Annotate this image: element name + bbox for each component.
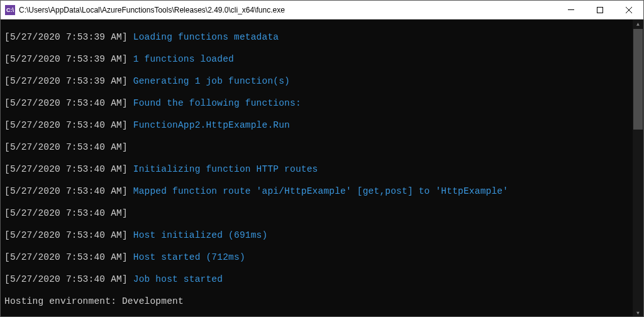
scrollbar-thumb[interactable]	[633, 29, 643, 130]
hosting-env: Hosting environment: Development	[4, 296, 640, 308]
timestamp: [5/27/2020 7:53:40 AM]	[4, 186, 128, 196]
log-line: [5/27/2020 7:53:39 AM] Generating 1 job …	[4, 76, 640, 87]
log-message: Mapped function route 'api/HttpExample' …	[133, 186, 508, 196]
maximize-button[interactable]	[586, 1, 614, 19]
minimize-button[interactable]	[557, 1, 586, 19]
window-controls	[557, 1, 643, 19]
scroll-down-icon[interactable]: ▼	[633, 308, 643, 317]
log-line: [5/27/2020 7:53:40 AM]	[4, 208, 640, 220]
log-message: FunctionApp2.HttpExample.Run	[133, 120, 290, 130]
app-icon: C:\	[5, 5, 15, 15]
timestamp: [5/27/2020 7:53:40 AM]	[4, 230, 128, 240]
log-line: [5/27/2020 7:53:39 AM] Loading functions…	[4, 32, 640, 43]
log-message: Job host started	[133, 274, 223, 284]
window-title: C:\Users\AppData\Local\AzureFunctionsToo…	[19, 6, 557, 14]
timestamp: [5/27/2020 7:53:40 AM]	[4, 120, 128, 130]
timestamp: [5/27/2020 7:53:40 AM]	[4, 208, 128, 218]
log-line: [5/27/2020 7:53:40 AM] Found the followi…	[4, 98, 640, 109]
timestamp: [5/27/2020 7:53:40 AM]	[4, 164, 128, 174]
log-message: Host started (712ms)	[133, 252, 245, 262]
timestamp: [5/27/2020 7:53:39 AM]	[4, 76, 128, 86]
scroll-up-icon[interactable]: ▲	[633, 19, 643, 29]
log-line: [5/27/2020 7:53:40 AM] FunctionApp2.Http…	[4, 120, 640, 131]
timestamp: [5/27/2020 7:53:40 AM]	[4, 142, 128, 152]
terminal-output[interactable]: [5/27/2020 7:53:39 AM] Loading functions…	[1, 19, 643, 317]
scrollbar[interactable]: ▲ ▼	[633, 19, 643, 317]
titlebar[interactable]: C:\ C:\Users\AppData\Local\AzureFunction…	[1, 1, 643, 19]
log-line: [5/27/2020 7:53:40 AM] Initializing func…	[4, 164, 640, 175]
svg-rect-0	[568, 9, 574, 10]
svg-rect-1	[597, 7, 603, 13]
log-message: Found the following functions:	[133, 98, 301, 108]
log-message: Loading functions metadata	[133, 32, 279, 42]
log-message: Initializing function HTTP routes	[133, 164, 318, 174]
timestamp: [5/27/2020 7:53:39 AM]	[4, 54, 128, 64]
timestamp: [5/27/2020 7:53:40 AM]	[4, 252, 128, 262]
log-line: [5/27/2020 7:53:39 AM] 1 functions loade…	[4, 54, 640, 65]
log-line: [5/27/2020 7:53:40 AM] Host started (712…	[4, 252, 640, 264]
close-button[interactable]	[614, 1, 643, 19]
log-line: [5/27/2020 7:53:40 AM] Mapped function r…	[4, 186, 640, 197]
timestamp: [5/27/2020 7:53:39 AM]	[4, 32, 128, 42]
log-line: [5/27/2020 7:53:40 AM] Host initialized …	[4, 230, 640, 242]
log-line: [5/27/2020 7:53:40 AM] Job host started	[4, 274, 640, 286]
log-line: [5/27/2020 7:53:40 AM]	[4, 142, 640, 153]
timestamp: [5/27/2020 7:53:40 AM]	[4, 98, 128, 108]
log-message: Host initialized (691ms)	[133, 230, 268, 240]
timestamp: [5/27/2020 7:53:40 AM]	[4, 274, 128, 284]
log-message: 1 functions loaded	[133, 54, 234, 64]
log-message: Generating 1 job function(s)	[133, 76, 290, 86]
